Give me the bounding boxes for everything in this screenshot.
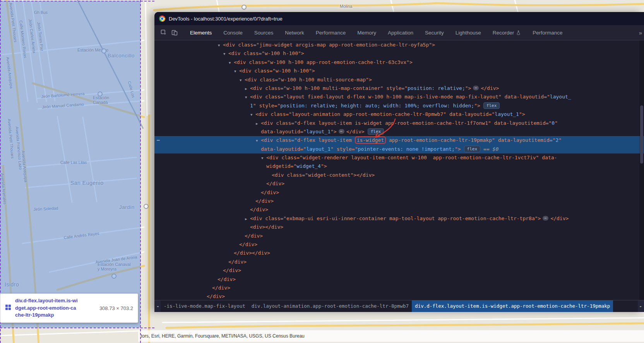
tab-application[interactable]: Application [388, 30, 413, 36]
collapse-arrow-icon[interactable]: ▼ [234, 67, 239, 76]
dom-tree-row[interactable]: </div> [154, 284, 644, 292]
dom-tree-row[interactable]: </div> [154, 232, 644, 240]
code-text: app-root-emotion-cache-ltr-19pmakp" data… [386, 137, 555, 143]
code-text: position: relative; [408, 85, 465, 91]
collapse-arrow-icon[interactable]: ▼ [245, 93, 250, 102]
dom-tree-row[interactable]: </div></div> [154, 249, 644, 257]
row-more-actions-icon[interactable]: ⋯ [157, 136, 160, 145]
collapse-arrow-icon[interactable]: ▼ [261, 154, 266, 162]
dom-tree-row[interactable]: data-layoutid="layout_1">⋯</div>flex [154, 128, 644, 136]
code-text: <div class="jimu-widget arcgis-map app-r… [223, 42, 435, 48]
dom-tree-row[interactable]: </div> [154, 258, 644, 266]
tab-sources[interactable]: Sources [254, 30, 274, 36]
code-text: " style=" [253, 103, 280, 109]
tab-security[interactable]: Security [425, 30, 444, 36]
dom-tree-row[interactable]: ▼<div class="widget-renderer layout-item… [154, 153, 644, 162]
devtools-window: DevTools - localhost:3001/experience/0/?… [154, 12, 644, 312]
code-text: </div> [223, 267, 241, 273]
device-toolbar-icon [171, 29, 178, 36]
code-text: </div> [266, 181, 284, 186]
code-text: position: relative; height: auto; width:… [280, 103, 474, 109]
code-text: <div class="w-100 h-100"> [239, 68, 315, 74]
dom-tree-row[interactable]: </div> [154, 240, 644, 249]
collapse-arrow-icon[interactable]: ▼ [250, 110, 255, 119]
tab-recorder[interactable]: Recorder [493, 30, 521, 36]
scrollbar-track[interactable] [639, 40, 644, 300]
inspect-element-button[interactable] [160, 29, 167, 36]
expand-arrow-icon[interactable]: ▶ [245, 215, 250, 223]
dom-tree-row[interactable]: </div> [154, 197, 644, 205]
flask-icon [516, 30, 521, 35]
breadcrumb-scroll-left-button[interactable]: ◄ [154, 300, 161, 312]
more-tabs-button[interactable]: » [639, 29, 642, 36]
dom-tree-row[interactable]: </div> [154, 266, 644, 275]
collapse-arrow-icon[interactable]: ▼ [218, 41, 223, 50]
dom-tree-row[interactable]: ⋯▼<div class="d-flex layout-item is-widg… [154, 136, 644, 145]
highlight-guide-right [140, 0, 141, 343]
device-toolbar-button[interactable] [171, 29, 178, 36]
expand-arrow-icon[interactable]: ▶ [245, 84, 250, 93]
dom-tree-row[interactable]: ▼<div class="layout-animation app-root-e… [154, 110, 644, 119]
tab-elements[interactable]: Elements [190, 30, 212, 36]
code-text: <div class="w-100 h-100"> [228, 50, 304, 56]
collapse-arrow-icon[interactable]: ▼ [240, 76, 245, 84]
map-label: Molina [340, 4, 352, 9]
flex-badge[interactable]: flex [483, 102, 500, 109]
code-text: layout_ [550, 94, 571, 100]
dom-tree-row[interactable]: </div> [154, 205, 644, 214]
tab-network[interactable]: Network [285, 30, 304, 36]
dom-tree-row[interactable]: </div> [154, 292, 644, 300]
tab-performance[interactable]: Performance [316, 30, 346, 36]
code-text: <div class="exbmap-ui esri-ui-inner-cont… [250, 215, 541, 221]
dom-tree-row[interactable]: 1" style="position: relative; height: au… [154, 102, 644, 110]
dom-tree-row[interactable]: ▶<div class="w-100 h-100 multi-map-conta… [154, 84, 644, 93]
dom-tree-row[interactable]: ▼<div class="layout fixed-layout d-flex … [154, 93, 644, 101]
code-text: </div> [261, 190, 279, 195]
tab-label: Network [285, 30, 304, 36]
scrollbar-thumb[interactable] [640, 105, 643, 164]
inline-expand-button[interactable]: ⋯ [473, 86, 479, 90]
tab-label: Recorder [493, 30, 514, 36]
flex-badge[interactable]: flex [464, 146, 481, 152]
dom-tree-row[interactable]: </div> [154, 275, 644, 284]
tab-label: Application [388, 30, 413, 36]
tooltip-selector-line: dget.app-root-emotion-ca [15, 305, 96, 312]
code-text: </div> [550, 215, 569, 221]
dom-tree-row[interactable]: widgetid="widget_4"> [154, 162, 644, 171]
code-text: "> [321, 163, 327, 169]
dom-tree-row[interactable]: <div class="widget-content"></div> [154, 171, 644, 179]
breadcrumb-item[interactable]: div.d-flex.layout-item.is-widget.app-roo… [412, 300, 613, 312]
tab-lighthouse[interactable]: Lighthouse [456, 30, 481, 36]
tab-memory[interactable]: Memory [357, 30, 376, 36]
collapse-arrow-icon[interactable]: ▼ [223, 50, 228, 58]
tooltip-selector-line: div.d-flex.layout-item.is-wi [15, 297, 96, 305]
inline-expand-button[interactable]: ⋯ [339, 129, 344, 134]
collapse-arrow-icon[interactable]: ▼ [229, 59, 234, 67]
dom-tree-row[interactable]: ▼<div class="w-100 h-100 multi-source-ma… [154, 76, 644, 84]
flex-badge[interactable]: flex [368, 128, 384, 135]
dom-tree-row[interactable]: <div></div> [154, 223, 644, 231]
code-text: layout_1 [306, 146, 331, 152]
dom-tree-row[interactable]: ▶<div class="d-flex layout-item is-widge… [154, 119, 644, 128]
expand-arrow-icon[interactable]: ▶ [256, 119, 261, 128]
tab-console[interactable]: Console [223, 30, 243, 36]
dom-tree-row[interactable]: </div> [154, 179, 644, 188]
dom-tree-row[interactable]: ▼<div class="w-100 h-100 app-root-emotio… [154, 58, 644, 67]
code-text: layout_1 [495, 111, 519, 117]
inline-expand-button[interactable]: ⋯ [543, 216, 548, 221]
devtools-titlebar[interactable]: DevTools - localhost:3001/experience/0/?… [154, 12, 644, 25]
breadcrumb-scroll-right-button[interactable]: ► [638, 300, 644, 312]
dom-tree-row[interactable]: </div> [154, 188, 644, 197]
breadcrumb-item[interactable]: div.layout-animation.app-root-emotion-ca… [248, 300, 412, 312]
dom-tree-row[interactable]: data-layoutid="layout_1" style="pointer-… [154, 145, 644, 153]
tab-performance[interactable]: Performance [533, 30, 562, 36]
dom-tree-row[interactable]: ▼<div class="w-100 h-100"> [154, 49, 644, 58]
breadcrumb-item[interactable]: -is-live-mode.map-fix-layout [161, 300, 248, 312]
code-text: </div> [239, 241, 257, 247]
collapse-arrow-icon[interactable]: ▼ [256, 136, 261, 145]
dom-tree-row[interactable]: ▼<div class="w-100 h-100"> [154, 67, 644, 75]
dom-tree-row[interactable]: ▶<div class="exbmap-ui esri-ui-inner-con… [154, 214, 644, 223]
code-text: " [555, 120, 558, 126]
station-icon [242, 5, 247, 10]
dom-tree-row[interactable]: ▼<div class="jimu-widget arcgis-map app-… [154, 41, 644, 49]
